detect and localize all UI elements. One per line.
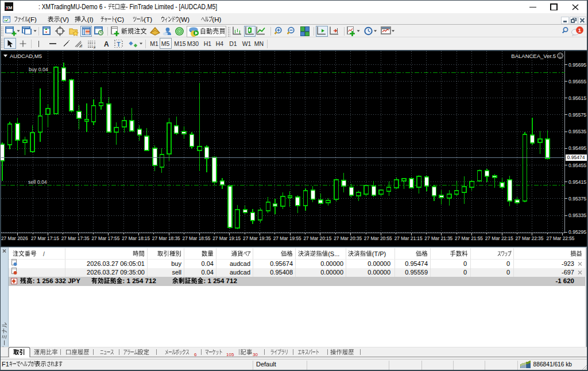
svg-text:2026.03.27 06:05:01: 2026.03.27 06:05:01 — [87, 260, 145, 267]
svg-text:: XMTradingMU-Demo 6 -: : XMTradingMU-Demo 6 - — [38, 3, 106, 10]
svg-text:(T/P): (T/P) — [372, 250, 386, 257]
svg-text:27 Mar 22:15: 27 Mar 22:15 — [485, 235, 513, 241]
svg-text:Default: Default — [256, 361, 276, 368]
svg-text:27 Mar 20:35: 27 Mar 20:35 — [334, 235, 362, 241]
svg-text:0.95695: 0.95695 — [568, 62, 586, 68]
svg-text:0.95295: 0.95295 — [568, 229, 586, 235]
svg-text:27 Mar 18:35: 27 Mar 18:35 — [152, 235, 180, 241]
svg-text:-1 620: -1 620 — [555, 277, 574, 284]
svg-text:0.95455: 0.95455 — [568, 163, 586, 168]
svg-text:0.95535: 0.95535 — [568, 129, 586, 134]
svg-text:A: A — [104, 40, 109, 48]
svg-text:0.00000: 0.00000 — [368, 260, 390, 267]
svg-text:0.95408: 0.95408 — [270, 269, 293, 276]
svg-text:27 Mar 20:15: 27 Mar 20:15 — [303, 235, 331, 241]
svg-text:M30: M30 — [187, 40, 199, 47]
svg-text:0.00000: 0.00000 — [320, 260, 343, 267]
svg-text:27 Mar 21:15: 27 Mar 21:15 — [394, 235, 423, 241]
svg-text:buy 0.04: buy 0.04 — [29, 67, 48, 72]
svg-text:0.04: 0.04 — [202, 269, 214, 276]
svg-text:0.95559: 0.95559 — [405, 269, 428, 276]
svg-text:(I): (I) — [87, 16, 94, 23]
svg-text:sell: sell — [172, 269, 181, 276]
svg-text:: 1 254 712: : 1 254 712 — [204, 277, 237, 284]
svg-text:T: T — [117, 41, 121, 48]
svg-text:M5: M5 — [161, 40, 170, 47]
svg-text:0.95474: 0.95474 — [567, 154, 585, 160]
svg-text:0.95575: 0.95575 — [568, 112, 586, 118]
svg-text:MN: MN — [254, 40, 264, 47]
svg-text:27 Mar 21:35: 27 Mar 21:35 — [424, 235, 452, 241]
svg-text:0.95375: 0.95375 — [568, 196, 586, 202]
svg-text:/: / — [43, 251, 45, 257]
svg-text:-697: -697 — [562, 269, 574, 276]
svg-text:30: 30 — [253, 352, 258, 357]
svg-text:27 Mar 17:15: 27 Mar 17:15 — [31, 235, 59, 241]
svg-text:- FinTrade Limited - [AUDCAD,M: - FinTrade Limited - [AUDCAD,M5] — [126, 3, 217, 10]
svg-text:F: F — [94, 46, 96, 49]
svg-text:H1: H1 — [204, 40, 212, 47]
svg-text:0.95415: 0.95415 — [568, 179, 586, 185]
svg-text:0.04: 0.04 — [202, 260, 214, 267]
svg-text:27 Mar 20:55: 27 Mar 20:55 — [364, 235, 392, 241]
svg-text:0: 0 — [463, 269, 467, 276]
svg-text:W1: W1 — [242, 40, 252, 47]
svg-text:audcad: audcad — [230, 260, 250, 267]
svg-text:BALANCEA_Ver.5: BALANCEA_Ver.5 — [511, 53, 556, 59]
svg-text:(S...: (S... — [328, 250, 339, 257]
svg-text:0.95495: 0.95495 — [568, 145, 586, 151]
svg-text:6: 6 — [194, 352, 197, 357]
svg-text:1: 1 — [578, 27, 582, 33]
svg-text:0.00000: 0.00000 — [320, 269, 343, 276]
svg-text:0: 0 — [506, 269, 510, 276]
svg-text:27 Mar 2026: 27 Mar 2026 — [1, 235, 28, 241]
svg-text:27 Mar 18:55: 27 Mar 18:55 — [183, 235, 211, 241]
svg-text:(F): (F) — [28, 16, 37, 23]
svg-text:2026.03.27 09:35:00: 2026.03.27 09:35:00 — [87, 269, 145, 276]
svg-text:0.00000: 0.00000 — [368, 269, 390, 276]
svg-text:sell 0.04: sell 0.04 — [28, 179, 47, 185]
svg-text:0: 0 — [463, 260, 467, 267]
svg-text:105: 105 — [226, 352, 234, 357]
svg-text:F: F — [80, 45, 83, 48]
svg-text:M15: M15 — [174, 40, 186, 47]
svg-text:27 Mar 18:15: 27 Mar 18:15 — [122, 235, 150, 241]
svg-text:27 Mar 21:55: 27 Mar 21:55 — [455, 235, 483, 241]
svg-text:buy: buy — [171, 260, 181, 267]
svg-text:0.95474: 0.95474 — [405, 260, 428, 267]
svg-text:27 Mar 22:35: 27 Mar 22:35 — [515, 235, 543, 241]
svg-text:0.95674: 0.95674 — [270, 260, 293, 267]
svg-text:: 1 256 332 JPY: : 1 256 332 JPY — [33, 277, 80, 284]
svg-text:D1: D1 — [229, 40, 237, 47]
svg-text:-923: -923 — [562, 260, 574, 267]
svg-text:27 Mar 19:35: 27 Mar 19:35 — [243, 235, 271, 241]
svg-text:0.95335: 0.95335 — [568, 212, 586, 218]
svg-text:(H): (H) — [212, 16, 221, 23]
svg-text:F1: F1 — [2, 361, 9, 368]
svg-text:H4: H4 — [216, 40, 224, 47]
svg-text:886841/616 kb: 886841/616 kb — [533, 361, 572, 368]
svg-text:AUDCAD,M5: AUDCAD,M5 — [10, 53, 42, 59]
svg-text:(V): (V) — [60, 16, 69, 23]
svg-text:M1: M1 — [150, 40, 158, 47]
svg-text:: 1 254 712: : 1 254 712 — [123, 277, 156, 284]
svg-text:27 Mar 17:35: 27 Mar 17:35 — [61, 235, 90, 241]
svg-text:0: 0 — [506, 260, 510, 267]
svg-text:(C): (C) — [115, 16, 124, 23]
svg-text:0.95615: 0.95615 — [568, 95, 586, 101]
svg-text:27 Mar 22:55: 27 Mar 22:55 — [547, 235, 575, 241]
svg-text:(W): (W) — [179, 16, 190, 23]
svg-text:27 Mar 19:15: 27 Mar 19:15 — [212, 235, 241, 241]
svg-text:27 Mar 19:55: 27 Mar 19:55 — [273, 235, 301, 241]
svg-text:0.95655: 0.95655 — [568, 79, 586, 84]
svg-text:audcad: audcad — [230, 269, 250, 276]
svg-text:27 Mar 17:55: 27 Mar 17:55 — [91, 235, 119, 241]
svg-text:(T): (T) — [144, 16, 152, 23]
